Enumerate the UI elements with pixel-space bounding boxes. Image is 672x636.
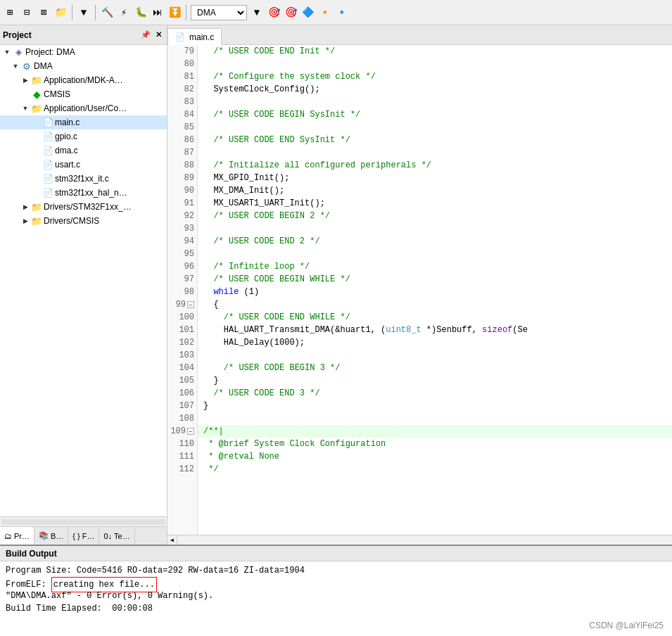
project-root-icon: ◈ xyxy=(13,46,24,58)
expand-app-user[interactable]: ▼ xyxy=(20,103,31,114)
sidebar-tab-func[interactable]: { } F… xyxy=(68,527,99,545)
drivers-cmsis-icon: 📁 xyxy=(31,215,42,227)
project-select[interactable]: DMA xyxy=(191,5,247,20)
project-tab-icon: 🗂 xyxy=(4,532,12,540)
tree-label-stm32-hal: stm32f1xx_hal_n… xyxy=(55,188,127,198)
toolbar-icon-3[interactable]: ⊠ xyxy=(37,6,51,20)
code-line-95 xyxy=(198,248,672,260)
code-line-103 xyxy=(198,349,672,362)
hscroll-track[interactable] xyxy=(177,535,672,545)
expand-app-mdk[interactable]: ▶ xyxy=(20,75,31,86)
line-numbers: 79 80 81 82 83 84 85 86 87 88 89 90 91 9… xyxy=(167,45,198,535)
toolbar-icon-5[interactable]: ▼ xyxy=(77,6,91,20)
sidebar-hscrollbar[interactable] xyxy=(1,519,165,525)
step-over-icon[interactable]: ⏭ xyxy=(151,6,165,20)
expand-dma[interactable]: ▼ xyxy=(10,61,21,72)
code-line-84: /* USER CODE BEGIN SysInit */ xyxy=(198,108,672,121)
tree-item-app-user[interactable]: ▼ 📁 Application/User/Co… xyxy=(0,101,167,115)
tree-label-drivers-cmsis: Drivers/CMSIS xyxy=(44,216,99,226)
code-line-112: */ xyxy=(198,463,672,476)
tree-label-main-c: main.c xyxy=(55,117,80,127)
tree-label-drivers-stm32: Drivers/STM32F1xx_… xyxy=(44,202,132,212)
code-line-104: /* USER CODE BEGIN 3 */ xyxy=(198,362,672,374)
dma-c-icon: 📄 xyxy=(42,145,53,156)
ln-106: 106 xyxy=(167,387,197,400)
cmsis-icon: ◆ xyxy=(31,89,42,100)
tree-item-dma[interactable]: ▼ ⚙ DMA xyxy=(0,59,167,73)
tree-label-app-mdk: Application/MDK-A… xyxy=(44,75,123,85)
tree-item-stm32-it[interactable]: ▶ 📄 stm32f1xx_it.c xyxy=(0,172,167,186)
code-lines[interactable]: /* USER CODE END Init */ /* Configure th… xyxy=(198,45,672,535)
code-content[interactable]: 79 80 81 82 83 84 85 86 87 88 89 90 91 9… xyxy=(167,45,672,535)
build-output-content[interactable]: Program Size: Code=5416 RO-data=292 RW-d… xyxy=(0,561,672,636)
ln-79: 79 xyxy=(167,45,197,58)
tree-item-main-c[interactable]: ▶ 📄 main.c xyxy=(0,115,167,129)
tree-item-dma-c[interactable]: ▶ 📄 dma.c xyxy=(0,144,167,158)
tree-item-drivers-stm32[interactable]: ▶ 📁 Drivers/STM32F1xx_… xyxy=(0,200,167,214)
app-user-icon: 📁 xyxy=(31,103,42,114)
flash-icon[interactable]: ⚡ xyxy=(117,6,131,20)
collapse-99[interactable]: − xyxy=(187,301,194,308)
target-icon-5[interactable]: 🔹 xyxy=(334,6,348,20)
expand-drivers-stm32[interactable]: ▶ xyxy=(20,201,31,212)
target-icon-2[interactable]: 🎯 xyxy=(284,6,298,20)
code-line-99: { xyxy=(198,298,672,311)
sidebar-close-icon[interactable]: ✕ xyxy=(153,30,164,41)
ln-109: 109− xyxy=(167,425,197,438)
tree-item-usart-c[interactable]: ▶ 📄 usart.c xyxy=(0,158,167,172)
ln-98: 98 xyxy=(167,286,197,298)
debug-icon[interactable]: 🐛 xyxy=(134,6,148,20)
tree-item-drivers-cmsis[interactable]: ▶ 📁 Drivers/CMSIS xyxy=(0,214,167,228)
tree-item-app-mdk[interactable]: ▶ 📁 Application/MDK-A… xyxy=(0,73,167,87)
ln-88: 88 xyxy=(167,159,197,172)
code-line-82: SystemClock_Config(); xyxy=(198,83,672,96)
step-into-icon[interactable]: ⏬ xyxy=(167,6,182,20)
tree-item-cmsis[interactable]: ▶ ◆ CMSIS xyxy=(0,87,167,101)
ln-90: 90 xyxy=(167,184,197,197)
main-with-build: Project 📌 ✕ ▼ ◈ Project: DMA ▼ ⚙ DMA xyxy=(0,25,672,636)
editor-tab-main-c[interactable]: 📄 main.c xyxy=(167,28,222,45)
dropdown-icon[interactable]: ▼ xyxy=(250,6,264,20)
ln-108: 108 xyxy=(167,412,197,425)
books-tab-icon: 📚 xyxy=(39,531,49,540)
ln-80: 80 xyxy=(167,58,197,70)
tab-label-main-c: main.c xyxy=(189,32,214,42)
target-icon-4[interactable]: 🔸 xyxy=(317,6,331,20)
sidebar-hscroll xyxy=(0,516,167,526)
tree-label-dma-c: dma.c xyxy=(55,146,78,155)
expand-drivers-cmsis[interactable]: ▶ xyxy=(20,215,31,227)
build-output-header: Build Output xyxy=(0,546,672,561)
target-icon-1[interactable]: 🎯 xyxy=(267,6,281,20)
toolbar-icon-2[interactable]: ⊟ xyxy=(20,6,34,20)
ln-91: 91 xyxy=(167,197,197,210)
ln-83: 83 xyxy=(167,96,197,108)
toolbar-icon-1[interactable]: ⊞ xyxy=(3,6,17,20)
code-line-111: * @retval None xyxy=(198,450,672,463)
hscroll-left-arrow[interactable]: ◀ xyxy=(167,535,177,545)
tree-item-gpio-c[interactable]: ▶ 📄 gpio.c xyxy=(0,129,167,144)
build-icon[interactable]: 🔨 xyxy=(100,6,114,20)
sidebar-tab-project[interactable]: 🗂 Pr… xyxy=(0,527,34,545)
tree-label-cmsis: CMSIS xyxy=(44,89,70,99)
stm32-hal-icon: 📄 xyxy=(42,187,53,198)
target-icon-3[interactable]: 🔷 xyxy=(300,6,315,20)
tree-item-stm32-hal[interactable]: ▶ 📄 stm32f1xx_hal_n… xyxy=(0,186,167,200)
ln-82: 82 xyxy=(167,83,197,96)
code-line-109: /**| xyxy=(198,425,672,438)
build-line-3: "DMA\DMA.axf" - 0 Error(s), 0 Warning(s)… xyxy=(6,590,666,602)
ln-93: 93 xyxy=(167,222,197,235)
tab-file-icon: 📄 xyxy=(175,32,185,42)
ln-110: 110 xyxy=(167,438,197,450)
toolbar-icon-4[interactable]: 📁 xyxy=(53,6,68,20)
sidebar-tab-books[interactable]: 📚 B… xyxy=(34,527,68,545)
ln-97: 97 xyxy=(167,273,197,286)
func-tab-icon: { } xyxy=(72,532,80,540)
tree-item-project-root[interactable]: ▼ ◈ Project: DMA xyxy=(0,45,167,59)
expand-project-root[interactable]: ▼ xyxy=(1,46,13,58)
sidebar-pin-icon[interactable]: 📌 xyxy=(140,30,151,41)
collapse-109[interactable]: − xyxy=(187,428,194,435)
sidebar-tab-template[interactable]: 0↓ Te… xyxy=(99,527,134,545)
gpio-c-icon: 📄 xyxy=(42,131,53,142)
ln-84: 84 xyxy=(167,108,197,121)
sidebar-tree: ▼ ◈ Project: DMA ▼ ⚙ DMA ▶ 📁 Application… xyxy=(0,45,167,516)
